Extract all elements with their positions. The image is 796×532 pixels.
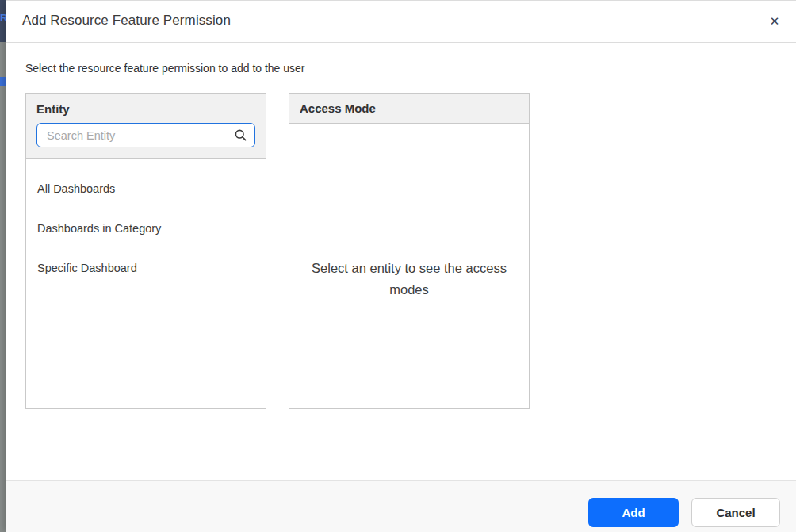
entity-item-specific-dashboard[interactable]: Specific Dashboard xyxy=(26,248,266,288)
dialog-title: Add Resource Feature Permission xyxy=(22,13,231,29)
search-icon[interactable] xyxy=(234,128,247,142)
access-mode-panel-title: Access Mode xyxy=(300,101,519,115)
access-mode-panel-header: Access Mode xyxy=(289,94,529,124)
access-mode-body: Select an entity to see the access modes xyxy=(289,124,529,410)
background-logo-fragment: R xyxy=(0,11,6,25)
add-button[interactable]: Add xyxy=(588,498,679,527)
entity-item-all-dashboards[interactable]: All Dashboards xyxy=(26,169,266,209)
dialog-header: Add Resource Feature Permission ✕ xyxy=(6,1,796,43)
entity-search-input[interactable] xyxy=(45,128,234,143)
entity-panel: Entity All Dashboards Dashboards in Cate… xyxy=(25,93,266,409)
entity-item-dashboards-in-category[interactable]: Dashboards in Category xyxy=(26,209,266,248)
entity-panel-header: Entity xyxy=(26,94,266,159)
add-resource-feature-permission-dialog: Add Resource Feature Permission ✕ Select… xyxy=(6,0,796,532)
background-sidebar-strip: R xyxy=(0,0,6,532)
dialog-subtitle: Select the resource feature permission t… xyxy=(25,62,305,75)
entity-search-box[interactable] xyxy=(36,123,255,147)
background-nav-item-fragment xyxy=(0,77,6,86)
access-mode-empty-message: Select an entity to see the access modes xyxy=(297,258,521,300)
entity-panel-title: Entity xyxy=(36,102,255,116)
entity-list: All Dashboards Dashboards in Category Sp… xyxy=(26,159,266,288)
cancel-button[interactable]: Cancel xyxy=(691,498,780,527)
access-mode-panel: Access Mode Select an entity to see the … xyxy=(289,93,530,409)
close-icon[interactable]: ✕ xyxy=(763,10,786,33)
dialog-footer: Add Cancel xyxy=(6,480,796,532)
